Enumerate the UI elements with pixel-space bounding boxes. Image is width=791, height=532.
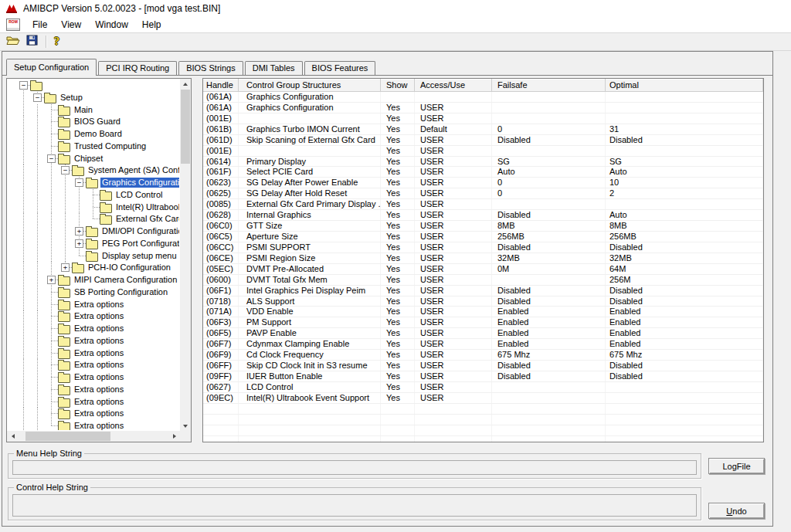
tree-vertical-scrollbar[interactable] bbox=[180, 79, 191, 431]
table-row[interactable]: (06F7)Cdynmax Clamping EnableYesUSEREnab… bbox=[203, 339, 763, 350]
tree-item-label[interactable]: Extra options bbox=[73, 348, 125, 358]
tree-item-label[interactable]: MIPI Camera Configuration bbox=[73, 275, 178, 285]
tab-setup-configuration[interactable]: Setup Configuration bbox=[6, 59, 97, 76]
table-row[interactable]: (05EC)DVMT Pre-AllocatedYesUSER0M64M bbox=[203, 264, 763, 275]
collapse-toggle-icon[interactable]: − bbox=[47, 154, 56, 163]
expand-toggle-icon[interactable]: + bbox=[75, 227, 83, 236]
tab-dmi-tables[interactable]: DMI Tables bbox=[245, 61, 303, 75]
tree-item-label[interactable]: Trusted Computing bbox=[73, 141, 148, 151]
table-row[interactable]: (09FF)IUER Button EnableYesUSERDisabledD… bbox=[203, 371, 763, 382]
column-header-failsafe[interactable]: Failsafe bbox=[492, 79, 606, 92]
column-header-control-group-structures[interactable]: Control Group Structures bbox=[239, 79, 381, 92]
table-row[interactable]: (06C0)GTT SizeYesUSER8MB8MB bbox=[203, 221, 763, 232]
tree-item-intel-r-ultrabook-event-support[interactable]: Intel(R) Ultrabook Event Support bbox=[7, 202, 179, 214]
tree-item-label[interactable] bbox=[45, 80, 48, 90]
tree-item-label[interactable]: Main bbox=[73, 105, 94, 115]
tree-item-label[interactable]: DMI/OPI Configuration bbox=[100, 226, 179, 236]
tree-item-extra-options[interactable]: Extra options bbox=[7, 359, 179, 371]
table-row[interactable]: (06CE)PSMI Region SizeYesUSER32MB32MB bbox=[203, 253, 763, 264]
tree-item-main[interactable]: Main bbox=[7, 104, 179, 117]
vertical-scroll-thumb[interactable] bbox=[181, 90, 190, 164]
table-row[interactable]: (061A)Graphics Configuration bbox=[203, 92, 763, 103]
menu-item-window[interactable]: Window bbox=[88, 18, 135, 32]
tree-item-graphics-configuration[interactable]: −Graphics Configuration bbox=[7, 177, 179, 189]
table-row[interactable]: (06C5)Aperture SizeYesUSER256MB256MB bbox=[203, 232, 763, 242]
table-row[interactable]: (0085)External Gfx Card Primary Display … bbox=[203, 199, 763, 210]
tree-item-chipset[interactable]: −Chipset bbox=[7, 153, 179, 165]
table-row[interactable]: (071A)VDD EnableYesUSEREnabledEnabled bbox=[203, 307, 763, 317]
table-row[interactable]: (0600)DVMT Total Gfx MemYesUSER256M bbox=[203, 275, 763, 286]
tree-item-extra-options[interactable]: Extra options bbox=[7, 310, 179, 323]
table-row[interactable]: (09EC)Intel(R) Ultrabook Event SupportYe… bbox=[203, 393, 763, 404]
tree-item-pch-io-configuration[interactable]: +PCH-IO Configuration bbox=[7, 262, 179, 274]
collapse-toggle-icon[interactable]: − bbox=[61, 166, 70, 175]
tree-item-label[interactable]: Extra options bbox=[73, 385, 125, 395]
tree-item-label[interactable]: SB Porting Configuration bbox=[73, 287, 169, 297]
tree-horizontal-scrollbar[interactable] bbox=[7, 431, 180, 442]
tree-item-extra-options[interactable]: Extra options bbox=[7, 396, 179, 408]
scroll-right-button[interactable] bbox=[168, 431, 180, 442]
tree-item-bios-guard[interactable]: BIOS Guard bbox=[7, 116, 179, 128]
table-row[interactable]: (061F)Select PCIE CardYesUSERAutoAuto bbox=[203, 167, 763, 178]
table-row[interactable]: (0628)Internal GraphicsYesUSERDisabledAu… bbox=[203, 210, 763, 221]
scroll-down-button[interactable] bbox=[180, 421, 191, 431]
tree-item-label[interactable]: Extra options bbox=[73, 360, 125, 370]
column-header-optimal[interactable]: Optimal bbox=[606, 79, 763, 92]
tree-item-label[interactable]: Setup bbox=[59, 93, 84, 103]
collapse-toggle-icon[interactable]: − bbox=[75, 178, 83, 187]
horizontal-scroll-thumb[interactable] bbox=[25, 432, 110, 441]
help-icon[interactable]: ? bbox=[54, 36, 59, 48]
tab-bios-strings[interactable]: BIOS Strings bbox=[178, 61, 243, 75]
column-header-show[interactable]: Show bbox=[381, 79, 415, 92]
table-row[interactable]: (06CC)PSMI SUPPORTYesUSERDisabledDisable… bbox=[203, 242, 763, 253]
tree-item-label[interactable]: Extra options bbox=[73, 408, 125, 418]
expand-toggle-icon[interactable]: + bbox=[75, 239, 83, 248]
table-row[interactable]: (06F9)Cd Clock FrequencyYesUSER675 Mhz67… bbox=[203, 350, 763, 361]
table-row[interactable]: (0718)ALS SupportYesUSERDisabledDisabled bbox=[203, 296, 763, 307]
tree-item-demo-board[interactable]: Demo Board bbox=[7, 128, 179, 141]
table-row[interactable]: (0623)SG Delay After Power EnableYesUSER… bbox=[203, 178, 763, 188]
tree-item-display-setup-menu[interactable]: Display setup menu bbox=[7, 250, 179, 263]
tree-item-extra-options[interactable]: Extra options bbox=[7, 347, 179, 360]
tree-item-extra-options[interactable]: Extra options bbox=[7, 299, 179, 311]
tree-item-label[interactable]: Extra options bbox=[73, 397, 125, 407]
table-row[interactable]: (061A)Graphics ConfigurationYesUSER bbox=[203, 103, 763, 114]
table-row[interactable]: (06F1)Intel Graphics Pei Display PeimYes… bbox=[203, 286, 763, 296]
table-row[interactable]: (061B)Graphics Turbo IMON CurrentYesDefa… bbox=[203, 124, 763, 135]
tree-item-label[interactable]: LCD Control bbox=[114, 190, 165, 200]
tree-item-extra-options[interactable]: Extra options bbox=[7, 371, 179, 384]
menu-item-help[interactable]: Help bbox=[135, 18, 168, 32]
tree-item-label[interactable]: Extra options bbox=[73, 372, 125, 382]
tree-item-label[interactable]: Extra options bbox=[73, 421, 125, 430]
tree-item-label[interactable]: System Agent (SA) Configuration bbox=[87, 165, 179, 175]
tree-item-label[interactable]: Extra options bbox=[73, 336, 125, 346]
tree-item-label[interactable]: Extra options bbox=[73, 311, 125, 321]
tree-item-extra-options[interactable]: Extra options bbox=[7, 335, 179, 347]
tree-item-label[interactable]: Extra options bbox=[73, 300, 125, 310]
table-row[interactable]: (001E)YesUSER bbox=[203, 114, 763, 124]
tree-item-label[interactable]: PEG Port Configuration bbox=[100, 239, 179, 249]
tree-item-external-gfx-card[interactable]: External Gfx Card bbox=[7, 213, 179, 225]
tree-item-label[interactable]: Extra options bbox=[73, 324, 125, 334]
tree-item-label[interactable]: Graphics Configuration bbox=[100, 178, 179, 188]
tree-item-label[interactable]: Chipset bbox=[73, 154, 104, 164]
menu-item-view[interactable]: View bbox=[54, 18, 88, 32]
tree-item-mipi-camera-configuration[interactable]: +MIPI Camera Configuration bbox=[7, 274, 179, 286]
tree-item-dmi-opi-configuration[interactable]: +DMI/OPI Configuration bbox=[7, 225, 179, 238]
tab-pci-irq-routing[interactable]: PCI IRQ Routing bbox=[98, 61, 177, 75]
tree-item-extra-options[interactable]: Extra options bbox=[7, 420, 179, 430]
tree-item-root[interactable]: − bbox=[7, 80, 179, 92]
open-file-icon[interactable] bbox=[6, 35, 20, 49]
table-row[interactable]: (001E)YesUSER bbox=[203, 146, 763, 157]
table-row[interactable]: (06F3)PM SupportYesUSEREnabledEnabled bbox=[203, 317, 763, 328]
menu-item-file[interactable]: File bbox=[25, 18, 54, 32]
tree-item-sb-porting-configuration[interactable]: SB Porting Configuration bbox=[7, 286, 179, 299]
scroll-left-button[interactable] bbox=[7, 431, 19, 442]
table-row[interactable]: (06FF)Skip CD Clock Init in S3 resumeYes… bbox=[203, 361, 763, 371]
save-icon[interactable] bbox=[26, 35, 38, 49]
tree-item-label[interactable]: Demo Board bbox=[73, 129, 124, 139]
tree-item-peg-port-configuration[interactable]: +PEG Port Configuration bbox=[7, 238, 179, 250]
tab-bios-features[interactable]: BIOS Features bbox=[304, 61, 376, 75]
tree-item-system-agent-sa-configuration[interactable]: −System Agent (SA) Configuration bbox=[7, 164, 179, 177]
tree-item-label[interactable]: Intel(R) Ultrabook Event Support bbox=[114, 202, 179, 212]
